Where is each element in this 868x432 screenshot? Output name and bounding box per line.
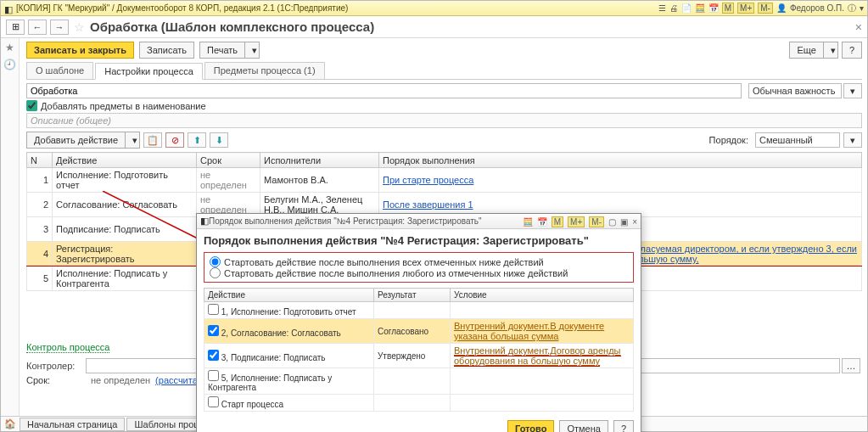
col-executors[interactable]: Исполнители	[260, 153, 379, 168]
order-mode-select[interactable]: Смешанный	[755, 132, 840, 148]
calendar-icon[interactable]: 📅	[708, 3, 719, 13]
row-checkbox[interactable]	[208, 304, 219, 315]
row-checkbox[interactable]	[208, 396, 219, 407]
more-dropdown[interactable]: ▾	[824, 42, 838, 59]
minimize-icon[interactable]: ▾	[860, 3, 864, 13]
dlg-close-icon[interactable]: ×	[632, 217, 637, 227]
copy-icon[interactable]: 📋	[143, 132, 162, 148]
page-title: Обработка (Шаблон комплексного процесса)	[90, 20, 374, 34]
dialog-actions-table: Действие Результат Условие 1, Исполнение…	[204, 288, 634, 412]
dcol-action[interactable]: Действие	[204, 289, 374, 302]
dialog-icon: ◧	[200, 216, 209, 227]
dlg-mminus-badge[interactable]: M-	[589, 216, 604, 227]
clone-icon[interactable]: 📄	[681, 3, 692, 13]
dlg-min-icon[interactable]: ▢	[608, 217, 616, 227]
help-button[interactable]: ?	[842, 42, 862, 59]
radio-any-label: Стартовать действие после выполнения люб…	[224, 268, 568, 278]
controller-label: Контролер:	[26, 361, 86, 371]
description-input[interactable]: Описание (общее)	[26, 113, 862, 128]
info-icon[interactable]: ⓘ	[848, 3, 856, 14]
order-dialog: ◧ Порядок выполнения действия "№4 Регист…	[196, 213, 641, 432]
rail-star-icon[interactable]: ★	[5, 42, 14, 53]
dialog-table-row[interactable]: 2, Согласование: СогласоватьСогласованоВ…	[204, 319, 634, 344]
importance-select[interactable]: Обычная важность	[748, 83, 842, 98]
radio-all-label: Стартовать действие после выполнения все…	[224, 257, 544, 267]
order-mode-dropdown-icon[interactable]: ▾	[843, 132, 862, 148]
rail-clock-icon[interactable]: 🕘	[3, 59, 16, 70]
delete-icon[interactable]: ⊘	[165, 132, 184, 148]
back-button[interactable]: ←	[28, 20, 47, 35]
controller-more-icon[interactable]: …	[842, 358, 860, 373]
col-term[interactable]: Срок	[197, 153, 260, 168]
move-up-icon[interactable]: ⬆	[188, 132, 206, 148]
dlg-max-icon[interactable]: ▣	[620, 217, 628, 227]
row-checkbox[interactable]	[208, 325, 219, 336]
col-n[interactable]: N	[27, 153, 53, 168]
dlg-calc-icon[interactable]: 🧮	[523, 217, 533, 227]
order-link[interactable]: После завершения 1	[383, 199, 473, 210]
term-label: Срок:	[26, 375, 86, 385]
user-icon: 👤	[776, 3, 787, 13]
importance-value: Обычная важность	[753, 86, 835, 96]
close-icon[interactable]: ×	[855, 20, 862, 34]
dcol-condition[interactable]: Условие	[451, 289, 634, 302]
save-button[interactable]: Записать	[139, 42, 194, 59]
user-name[interactable]: Федоров О.П.	[790, 3, 844, 13]
tab-about[interactable]: О шаблоне	[26, 62, 93, 79]
m-minus-badge[interactable]: M-	[758, 3, 773, 14]
row-checkbox[interactable]	[208, 350, 219, 361]
col-action[interactable]: Действие	[53, 153, 197, 168]
add-items-label: Добавлять предметы в наименование	[41, 101, 206, 111]
dialog-table-row[interactable]: Старт процесса	[204, 395, 634, 412]
radio-any[interactable]	[210, 267, 221, 278]
m-badge[interactable]: M	[722, 3, 734, 14]
m-plus-badge[interactable]: M+	[737, 3, 754, 14]
calc-icon[interactable]: 🧮	[695, 3, 705, 13]
save-close-button[interactable]: Записать и закрыть	[26, 42, 134, 59]
print-dropdown[interactable]: ▾	[245, 42, 260, 59]
dlg-calendar-icon[interactable]: 📅	[537, 217, 547, 227]
add-items-checkbox[interactable]	[26, 100, 37, 111]
radio-all[interactable]	[210, 256, 221, 267]
table-row[interactable]: 1Исполнение: Подготовить отчетне определ…	[27, 168, 862, 193]
process-name-input[interactable]	[26, 83, 742, 98]
row-checkbox[interactable]	[208, 370, 219, 381]
add-action-dropdown[interactable]: ▾	[126, 132, 140, 149]
home-icon[interactable]: 🏠	[4, 418, 16, 429]
order-mode-value: Смешанный	[759, 135, 813, 145]
term-value: не определен	[91, 375, 150, 385]
process-control-header[interactable]: Контроль процесса	[26, 342, 109, 353]
dialog-help-button[interactable]: ?	[613, 420, 634, 432]
forward-button[interactable]: →	[50, 20, 69, 35]
dialog-title: Порядок выполнения действия "№4 Регистра…	[204, 234, 634, 247]
print-icon[interactable]: 🖨	[669, 3, 678, 13]
dcol-result[interactable]: Результат	[374, 289, 451, 302]
app-title: [КОПИЯ] ГК "Меркурий" / Документооборот …	[16, 3, 658, 13]
favorite-star-icon[interactable]: ☆	[74, 20, 85, 34]
dialog-table-row[interactable]: 1, Исполнение: Подготовить отчет	[204, 302, 634, 319]
more-button[interactable]: Еще	[789, 42, 823, 59]
col-order[interactable]: Порядок выполнения	[379, 153, 862, 168]
order-link[interactable]: При старте процесса	[383, 175, 473, 185]
move-down-icon[interactable]: ⬇	[210, 132, 228, 148]
dialog-table-row[interactable]: 5, Исполнение: Подписать у Контрагента	[204, 368, 634, 395]
apps-grid-icon[interactable]: ⊞	[6, 20, 25, 35]
app-icon: ◧	[4, 4, 13, 13]
dlg-mplus-badge[interactable]: M+	[568, 216, 585, 227]
print-button[interactable]: Печать	[199, 42, 245, 59]
condition-link[interactable]: Внутренний документ.Договор аренды обору…	[454, 345, 621, 367]
order-mode-label: Порядок:	[709, 135, 748, 145]
importance-dropdown-icon[interactable]: ▾	[843, 83, 862, 98]
tab-start-page[interactable]: Начальная страница	[20, 418, 125, 431]
condition-link[interactable]: Внутренний документ.В документе указана …	[454, 321, 604, 341]
dialog-ok-button[interactable]: Готово	[507, 420, 554, 432]
dialog-caption: Порядок выполнения действия "№4 Регистра…	[209, 216, 521, 226]
add-action-button[interactable]: Добавить действие	[26, 132, 126, 149]
dialog-cancel-button[interactable]: Отмена	[559, 420, 608, 432]
dlg-m-badge[interactable]: M	[552, 216, 563, 227]
tab-settings[interactable]: Настройки процесса	[95, 63, 203, 80]
dialog-table-row[interactable]: 3, Подписание: ПодписатьУтвержденоВнутре…	[204, 344, 634, 368]
toolbar-icon[interactable]: ☰	[658, 3, 666, 13]
tab-items[interactable]: Предметы процесса (1)	[204, 62, 325, 79]
